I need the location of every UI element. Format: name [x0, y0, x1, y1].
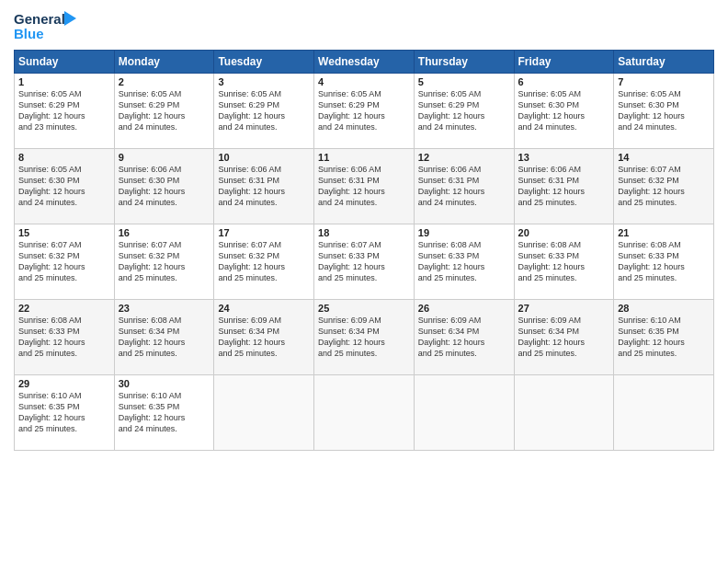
calendar-week-row: 29Sunrise: 6:10 AMSunset: 6:35 PMDayligh…	[15, 375, 714, 451]
day-info: Sunrise: 6:05 AMSunset: 6:29 PMDaylight:…	[318, 88, 410, 133]
day-info: Sunrise: 6:09 AMSunset: 6:34 PMDaylight:…	[218, 315, 310, 360]
day-number: 12	[418, 152, 510, 163]
day-info: Sunrise: 6:08 AMSunset: 6:33 PMDaylight:…	[418, 239, 510, 284]
calendar-cell	[614, 375, 714, 451]
day-number: 3	[218, 76, 310, 87]
day-number: 19	[418, 227, 510, 238]
calendar-cell: 28Sunrise: 6:10 AMSunset: 6:35 PMDayligh…	[614, 300, 714, 375]
calendar-week-row: 8Sunrise: 6:05 AMSunset: 6:30 PMDaylight…	[15, 149, 714, 224]
day-info: Sunrise: 6:06 AMSunset: 6:31 PMDaylight:…	[218, 164, 310, 209]
calendar-cell: 8Sunrise: 6:05 AMSunset: 6:30 PMDaylight…	[15, 149, 115, 224]
calendar-table: SundayMondayTuesdayWednesdayThursdayFrid…	[14, 50, 714, 451]
day-info: Sunrise: 6:08 AMSunset: 6:33 PMDaylight:…	[18, 315, 110, 360]
calendar-cell: 14Sunrise: 6:07 AMSunset: 6:32 PMDayligh…	[614, 149, 714, 224]
calendar-cell: 3Sunrise: 6:05 AMSunset: 6:29 PMDaylight…	[214, 74, 314, 149]
day-info: Sunrise: 6:05 AMSunset: 6:29 PMDaylight:…	[119, 88, 210, 133]
calendar-cell: 9Sunrise: 6:06 AMSunset: 6:30 PMDaylight…	[114, 149, 214, 224]
calendar-cell: 7Sunrise: 6:05 AMSunset: 6:30 PMDaylight…	[614, 74, 714, 149]
calendar-week-row: 15Sunrise: 6:07 AMSunset: 6:32 PMDayligh…	[15, 224, 714, 300]
day-number: 29	[18, 378, 110, 389]
day-info: Sunrise: 6:09 AMSunset: 6:34 PMDaylight:…	[518, 315, 610, 360]
calendar-cell: 5Sunrise: 6:05 AMSunset: 6:29 PMDaylight…	[414, 74, 514, 149]
calendar-cell: 10Sunrise: 6:06 AMSunset: 6:31 PMDayligh…	[214, 149, 314, 224]
day-header-thursday: Thursday	[414, 51, 514, 74]
day-info: Sunrise: 6:05 AMSunset: 6:29 PMDaylight:…	[18, 88, 110, 133]
day-number: 22	[18, 303, 110, 314]
calendar-cell	[514, 375, 614, 451]
calendar-cell: 1Sunrise: 6:05 AMSunset: 6:29 PMDaylight…	[15, 74, 115, 149]
day-info: Sunrise: 6:07 AMSunset: 6:32 PMDaylight:…	[119, 239, 210, 284]
calendar-cell: 27Sunrise: 6:09 AMSunset: 6:34 PMDayligh…	[514, 300, 614, 375]
day-info: Sunrise: 6:09 AMSunset: 6:34 PMDaylight:…	[318, 315, 410, 360]
day-info: Sunrise: 6:10 AMSunset: 6:35 PMDaylight:…	[119, 390, 210, 435]
logo-icon: GeneralBlue	[14, 9, 78, 42]
day-number: 21	[618, 227, 710, 238]
day-number: 6	[518, 76, 610, 87]
day-number: 4	[318, 76, 410, 87]
calendar-week-row: 1Sunrise: 6:05 AMSunset: 6:29 PMDaylight…	[15, 74, 714, 149]
day-info: Sunrise: 6:10 AMSunset: 6:35 PMDaylight:…	[18, 390, 110, 435]
day-info: Sunrise: 6:08 AMSunset: 6:34 PMDaylight:…	[119, 315, 210, 360]
day-number: 9	[119, 152, 210, 163]
day-info: Sunrise: 6:05 AMSunset: 6:30 PMDaylight:…	[618, 88, 710, 133]
calendar-cell: 23Sunrise: 6:08 AMSunset: 6:34 PMDayligh…	[114, 300, 214, 375]
day-header-wednesday: Wednesday	[314, 51, 415, 74]
day-header-sunday: Sunday	[15, 51, 115, 74]
calendar-cell	[414, 375, 514, 451]
calendar-cell: 22Sunrise: 6:08 AMSunset: 6:33 PMDayligh…	[15, 300, 115, 375]
day-number: 1	[18, 76, 110, 87]
calendar-cell: 24Sunrise: 6:09 AMSunset: 6:34 PMDayligh…	[214, 300, 314, 375]
calendar-cell: 16Sunrise: 6:07 AMSunset: 6:32 PMDayligh…	[114, 224, 214, 300]
calendar-cell: 20Sunrise: 6:08 AMSunset: 6:33 PMDayligh…	[514, 224, 614, 300]
day-header-tuesday: Tuesday	[214, 51, 314, 74]
day-number: 2	[119, 76, 210, 87]
logo: GeneralBlue	[14, 9, 78, 42]
calendar-cell: 18Sunrise: 6:07 AMSunset: 6:33 PMDayligh…	[314, 224, 415, 300]
day-info: Sunrise: 6:07 AMSunset: 6:32 PMDaylight:…	[218, 239, 310, 284]
header: GeneralBlue	[14, 9, 714, 42]
svg-marker-2	[64, 11, 76, 26]
calendar-cell: 26Sunrise: 6:09 AMSunset: 6:34 PMDayligh…	[414, 300, 514, 375]
page: GeneralBlue SundayMondayTuesdayWednesday…	[0, 0, 728, 563]
calendar-cell: 13Sunrise: 6:06 AMSunset: 6:31 PMDayligh…	[514, 149, 614, 224]
svg-text:Blue: Blue	[14, 26, 44, 41]
calendar-cell: 12Sunrise: 6:06 AMSunset: 6:31 PMDayligh…	[414, 149, 514, 224]
calendar-cell	[314, 375, 415, 451]
calendar-cell: 2Sunrise: 6:05 AMSunset: 6:29 PMDaylight…	[114, 74, 214, 149]
day-number: 28	[618, 303, 710, 314]
day-info: Sunrise: 6:10 AMSunset: 6:35 PMDaylight:…	[618, 315, 710, 360]
calendar-cell: 21Sunrise: 6:08 AMSunset: 6:33 PMDayligh…	[614, 224, 714, 300]
calendar-week-row: 22Sunrise: 6:08 AMSunset: 6:33 PMDayligh…	[15, 300, 714, 375]
day-number: 24	[218, 303, 310, 314]
day-number: 10	[218, 152, 310, 163]
day-number: 26	[418, 303, 510, 314]
day-info: Sunrise: 6:08 AMSunset: 6:33 PMDaylight:…	[618, 239, 710, 284]
day-info: Sunrise: 6:06 AMSunset: 6:31 PMDaylight:…	[418, 164, 510, 209]
day-number: 17	[218, 227, 310, 238]
day-number: 27	[518, 303, 610, 314]
day-info: Sunrise: 6:05 AMSunset: 6:30 PMDaylight:…	[18, 164, 110, 209]
day-header-saturday: Saturday	[614, 51, 714, 74]
calendar-cell: 29Sunrise: 6:10 AMSunset: 6:35 PMDayligh…	[15, 375, 115, 451]
day-info: Sunrise: 6:09 AMSunset: 6:34 PMDaylight:…	[418, 315, 510, 360]
svg-text:General: General	[14, 11, 65, 27]
calendar-cell: 30Sunrise: 6:10 AMSunset: 6:35 PMDayligh…	[114, 375, 214, 451]
day-info: Sunrise: 6:06 AMSunset: 6:30 PMDaylight:…	[119, 164, 210, 209]
calendar-cell: 4Sunrise: 6:05 AMSunset: 6:29 PMDaylight…	[314, 74, 415, 149]
day-number: 11	[318, 152, 410, 163]
day-info: Sunrise: 6:07 AMSunset: 6:32 PMDaylight:…	[618, 164, 710, 209]
day-header-monday: Monday	[114, 51, 214, 74]
calendar-cell: 11Sunrise: 6:06 AMSunset: 6:31 PMDayligh…	[314, 149, 415, 224]
day-info: Sunrise: 6:05 AMSunset: 6:30 PMDaylight:…	[518, 88, 610, 133]
day-number: 23	[119, 303, 210, 314]
day-info: Sunrise: 6:07 AMSunset: 6:32 PMDaylight:…	[18, 239, 110, 284]
day-number: 15	[18, 227, 110, 238]
day-info: Sunrise: 6:07 AMSunset: 6:33 PMDaylight:…	[318, 239, 410, 284]
day-number: 18	[318, 227, 410, 238]
day-info: Sunrise: 6:08 AMSunset: 6:33 PMDaylight:…	[518, 239, 610, 284]
day-info: Sunrise: 6:06 AMSunset: 6:31 PMDaylight:…	[318, 164, 410, 209]
day-number: 25	[318, 303, 410, 314]
calendar-cell: 17Sunrise: 6:07 AMSunset: 6:32 PMDayligh…	[214, 224, 314, 300]
calendar-cell: 15Sunrise: 6:07 AMSunset: 6:32 PMDayligh…	[15, 224, 115, 300]
day-header-friday: Friday	[514, 51, 614, 74]
